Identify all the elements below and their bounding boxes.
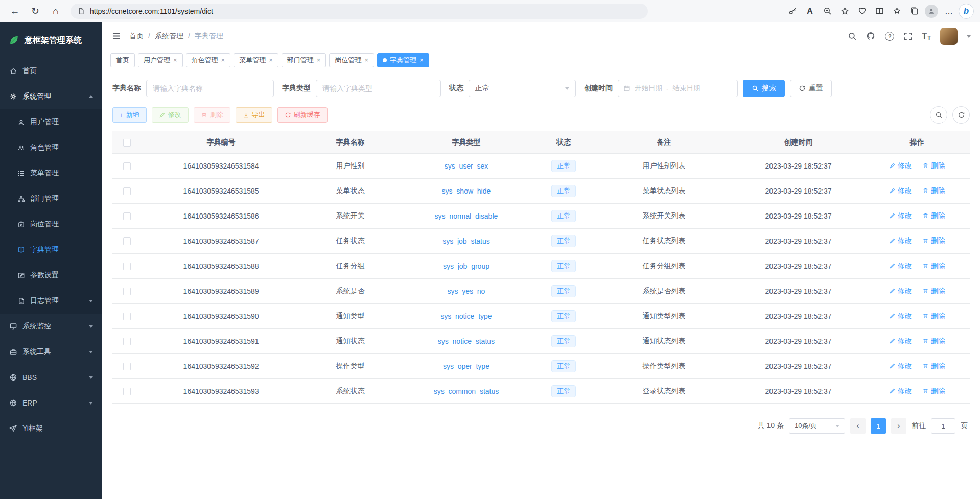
- row-checkbox[interactable]: [123, 212, 131, 220]
- breadcrumb-system[interactable]: 系统管理: [144, 32, 183, 41]
- delete-button[interactable]: 删除: [194, 107, 230, 123]
- close-icon[interactable]: ×: [364, 57, 368, 63]
- row-checkbox[interactable]: [123, 263, 131, 270]
- row-delete-link[interactable]: 删除: [922, 337, 945, 346]
- sidebar-item-post[interactable]: 岗位管理: [0, 211, 102, 237]
- dict-type-link[interactable]: sys_notice_type: [440, 312, 492, 320]
- user-avatar[interactable]: [940, 28, 958, 45]
- sidebar-item-dept[interactable]: 部门管理: [0, 186, 102, 211]
- address-bar[interactable]: https://ccnetcore.com:1101/system/dict: [71, 4, 648, 19]
- refresh-cache-button[interactable]: 刷新缓存: [277, 107, 328, 123]
- close-icon[interactable]: ×: [221, 57, 225, 63]
- row-edit-link[interactable]: 修改: [889, 186, 912, 196]
- sidebar-item-role[interactable]: 角色管理: [0, 135, 102, 160]
- sidebar-item-log[interactable]: 日志管理: [0, 288, 102, 314]
- settings-more-icon[interactable]: …: [941, 4, 956, 19]
- dict-type-link[interactable]: sys_yes_no: [447, 287, 485, 295]
- row-delete-link[interactable]: 删除: [922, 161, 945, 171]
- search-button[interactable]: 搜索: [743, 80, 785, 97]
- row-checkbox[interactable]: [123, 187, 131, 195]
- row-checkbox[interactable]: [123, 363, 131, 370]
- select-all-checkbox[interactable]: [123, 139, 131, 147]
- font-size-icon[interactable]: TT: [922, 32, 931, 41]
- toggle-search-icon[interactable]: [930, 106, 947, 124]
- read-aloud-icon[interactable]: A: [802, 4, 818, 19]
- collections-icon[interactable]: [906, 4, 922, 19]
- dict-type-link[interactable]: sys_oper_type: [443, 362, 489, 370]
- row-edit-link[interactable]: 修改: [889, 337, 912, 346]
- dict-name-input[interactable]: [146, 80, 274, 97]
- sidebar-item-monitor[interactable]: 系统监控: [0, 314, 102, 339]
- back-icon[interactable]: ←: [6, 3, 24, 20]
- avatar-caret-icon[interactable]: [967, 35, 971, 40]
- sidebar-item-tools[interactable]: 系统工具: [0, 339, 102, 365]
- row-checkbox[interactable]: [123, 288, 131, 295]
- browser-essentials-icon[interactable]: [854, 4, 870, 19]
- tab-user[interactable]: 用户管理 ×: [138, 53, 183, 67]
- dict-type-input[interactable]: [316, 80, 441, 97]
- export-button[interactable]: 导出: [236, 107, 272, 123]
- row-checkbox[interactable]: [123, 388, 131, 395]
- bing-icon[interactable]: b: [959, 4, 974, 19]
- dict-type-link[interactable]: sys_user_sex: [445, 162, 488, 170]
- sidebar-item-yi[interactable]: Yi框架: [0, 416, 102, 441]
- refresh-table-icon[interactable]: [952, 106, 970, 124]
- split-screen-icon[interactable]: [872, 4, 887, 19]
- site-info-icon[interactable]: [78, 8, 85, 15]
- search-icon[interactable]: [848, 32, 857, 41]
- row-delete-link[interactable]: 删除: [922, 287, 945, 296]
- breadcrumb-home[interactable]: 首页: [129, 32, 144, 41]
- dict-type-link[interactable]: sys_job_group: [443, 262, 489, 270]
- tab-menu[interactable]: 菜单管理 ×: [234, 53, 278, 67]
- sidebar-item-user[interactable]: 用户管理: [0, 109, 102, 135]
- row-edit-link[interactable]: 修改: [889, 387, 912, 396]
- tab-home[interactable]: 首页: [110, 53, 135, 67]
- row-edit-link[interactable]: 修改: [889, 161, 912, 171]
- sidebar-item-erp[interactable]: ERP: [0, 390, 102, 416]
- dict-type-link[interactable]: sys_normal_disable: [435, 212, 498, 220]
- row-delete-link[interactable]: 删除: [922, 387, 945, 396]
- favorites-bar-icon[interactable]: [889, 4, 904, 19]
- close-icon[interactable]: ×: [317, 57, 321, 63]
- row-checkbox[interactable]: [123, 237, 131, 245]
- page-size-select[interactable]: 10条/页: [789, 418, 845, 434]
- zoom-icon[interactable]: [820, 4, 835, 19]
- goto-page-input[interactable]: [931, 418, 955, 434]
- help-icon[interactable]: ?: [885, 32, 894, 41]
- next-page-button[interactable]: ›: [891, 418, 906, 434]
- close-icon[interactable]: ×: [173, 57, 177, 63]
- date-range-picker[interactable]: 开始日期 - 结束日期: [618, 80, 738, 97]
- favorites-star-icon[interactable]: [837, 4, 852, 19]
- home-icon[interactable]: ⌂: [47, 3, 64, 20]
- close-icon[interactable]: ×: [419, 57, 424, 63]
- row-edit-link[interactable]: 修改: [889, 312, 912, 321]
- sidebar-item-system[interactable]: 系统管理: [0, 84, 102, 109]
- add-button[interactable]: + 新增: [112, 107, 147, 123]
- profile-icon[interactable]: [924, 4, 939, 19]
- reload-icon[interactable]: ↻: [27, 3, 44, 20]
- dict-type-link[interactable]: sys_job_status: [442, 237, 490, 245]
- dict-type-link[interactable]: sys_common_status: [434, 387, 499, 395]
- tab-role[interactable]: 角色管理 ×: [186, 53, 231, 67]
- sidebar-item-dict[interactable]: 字典管理: [0, 237, 102, 263]
- github-icon[interactable]: [866, 31, 876, 41]
- row-edit-link[interactable]: 修改: [889, 362, 912, 371]
- row-checkbox[interactable]: [123, 162, 131, 170]
- prev-page-button[interactable]: ‹: [850, 418, 866, 434]
- tab-dept[interactable]: 部门管理 ×: [282, 53, 326, 67]
- row-checkbox[interactable]: [123, 313, 131, 320]
- row-delete-link[interactable]: 删除: [922, 236, 945, 246]
- row-delete-link[interactable]: 删除: [922, 262, 945, 271]
- hamburger-icon[interactable]: [111, 31, 121, 41]
- sidebar-item-bbs[interactable]: BBS: [0, 365, 102, 390]
- page-1-button[interactable]: 1: [871, 418, 886, 434]
- status-select[interactable]: 正常: [469, 80, 576, 97]
- row-checkbox[interactable]: [123, 338, 131, 345]
- reset-button[interactable]: 重置: [790, 80, 832, 97]
- row-delete-link[interactable]: 删除: [922, 186, 945, 196]
- sidebar-item-home[interactable]: 首页: [0, 58, 102, 84]
- row-delete-link[interactable]: 删除: [922, 362, 945, 371]
- key-icon[interactable]: [785, 4, 800, 19]
- dict-type-link[interactable]: sys_notice_status: [438, 337, 495, 345]
- sidebar-item-menu[interactable]: 菜单管理: [0, 160, 102, 186]
